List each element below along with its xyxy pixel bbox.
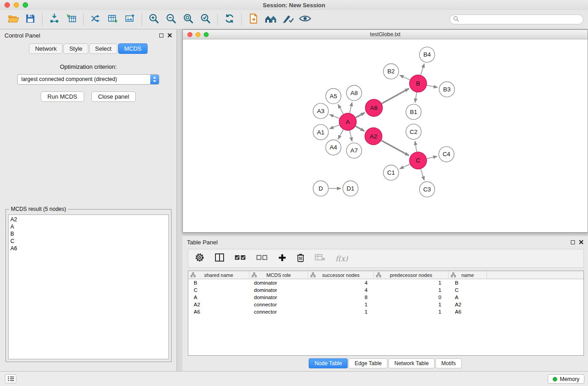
new-table-button[interactable]	[104, 12, 121, 27]
network-edge-C-C1[interactable]	[400, 164, 410, 169]
network-node-A[interactable]: A	[339, 113, 356, 130]
network-edge-B-B4[interactable]	[421, 64, 424, 75]
annotation-button[interactable]	[279, 12, 296, 27]
table-row[interactable]: A2connector11A2	[188, 301, 583, 308]
table-row[interactable]: Adominator80A	[188, 294, 583, 301]
mcds-result-item[interactable]: C	[10, 238, 167, 245]
network-edge-A-A8[interactable]	[350, 102, 352, 113]
mcds-result-item[interactable]: A2	[10, 216, 167, 223]
network-node-C4[interactable]: C4	[439, 147, 454, 162]
network-node-C[interactable]: C	[410, 152, 427, 169]
network-node-A5[interactable]: A5	[326, 88, 341, 104]
close-panel-button[interactable]: Close panel	[91, 91, 136, 102]
minimize-window-button[interactable]	[14, 2, 19, 8]
save-session-button[interactable]	[22, 12, 39, 27]
column-header-mcds-role[interactable]: MCDS role	[249, 271, 308, 279]
table-row[interactable]: A6connector11A6	[188, 308, 583, 315]
network-edge-A2-C[interactable]	[381, 141, 409, 156]
tab-motifs[interactable]: Motifs	[435, 358, 462, 368]
network-canvas-container[interactable]: B4B2BB3A5A8A6A3B1AC2A1A2A4A7C4CC1DD1C3	[183, 39, 588, 232]
network-zoom-button[interactable]	[204, 32, 209, 37]
float-table-panel-icon[interactable]	[571, 240, 575, 244]
import-network-button[interactable]	[46, 12, 63, 27]
close-window-button[interactable]	[5, 2, 10, 8]
network-node-B[interactable]: B	[410, 75, 427, 92]
import-table-button[interactable]	[63, 12, 80, 27]
run-mcds-button[interactable]: Run MCDS	[41, 91, 84, 102]
network-node-A1[interactable]: A1	[313, 124, 329, 140]
tab-network[interactable]: Network	[29, 43, 62, 54]
network-node-A7[interactable]: A7	[346, 143, 362, 158]
network-edge-B-B2[interactable]	[400, 75, 410, 80]
network-edge-A-A1[interactable]	[330, 125, 339, 129]
task-history-button[interactable]	[5, 374, 16, 383]
tab-edge-table[interactable]: Edge Table	[349, 358, 387, 368]
table-row[interactable]: Bdominator41B	[188, 279, 583, 286]
select-all-button[interactable]	[234, 254, 246, 263]
apply-layout-button[interactable]	[221, 12, 238, 27]
search-input[interactable]	[461, 15, 583, 24]
zoom-fit-button[interactable]	[180, 12, 197, 27]
tab-network-table[interactable]: Network Table	[388, 358, 435, 368]
delete-column-button[interactable]	[296, 253, 305, 264]
open-session-button[interactable]	[5, 12, 22, 27]
network-node-B4[interactable]: B4	[420, 47, 435, 62]
network-minimize-button[interactable]	[196, 32, 201, 37]
network-node-D1[interactable]: D1	[343, 181, 358, 196]
export-image-button[interactable]	[121, 12, 139, 27]
home-networks-button[interactable]	[262, 12, 279, 27]
export-document-button[interactable]	[245, 12, 262, 27]
network-node-C2[interactable]: C2	[406, 124, 421, 139]
network-node-A3[interactable]: A3	[313, 103, 329, 119]
show-hide-button[interactable]	[296, 12, 314, 27]
network-node-C1[interactable]: C1	[383, 165, 399, 181]
network-node-D[interactable]: D	[313, 181, 329, 196]
mcds-result-item[interactable]: A	[10, 223, 167, 230]
float-panel-icon[interactable]	[159, 33, 163, 38]
network-edge-C-C4[interactable]	[427, 156, 437, 158]
tab-mcds[interactable]: MCDS	[118, 43, 147, 54]
tab-node-table[interactable]: Node Table	[309, 358, 348, 368]
column-header-predecessor-nodes[interactable]: predecessor nodes	[374, 271, 449, 279]
tab-style[interactable]: Style	[63, 43, 88, 54]
close-table-panel-icon[interactable]	[579, 238, 583, 246]
network-edge-B-B3[interactable]	[427, 86, 438, 88]
mcds-result-item[interactable]: B	[10, 230, 167, 238]
close-panel-icon[interactable]	[167, 31, 172, 39]
network-edge-A-A6[interactable]	[356, 113, 365, 118]
network-node-A8[interactable]: A8	[346, 86, 362, 101]
add-column-button[interactable]	[278, 253, 287, 264]
network-node-B2[interactable]: B2	[383, 64, 399, 79]
zoom-selected-button[interactable]	[197, 12, 214, 27]
zoom-out-button[interactable]	[163, 12, 180, 27]
network-edge-A-A7[interactable]	[350, 131, 352, 142]
network-edge-A-A2[interactable]	[356, 126, 364, 131]
network-edge-B-B1[interactable]	[415, 92, 417, 102]
network-edge-A-A3[interactable]	[330, 114, 339, 119]
network-node-A6[interactable]: A6	[365, 99, 382, 116]
zoom-in-button[interactable]	[145, 12, 163, 27]
new-network-button[interactable]	[87, 12, 104, 27]
network-edge-C-C3[interactable]	[421, 169, 424, 181]
network-node-A4[interactable]: A4	[326, 140, 341, 155]
mcds-result-item[interactable]: A6	[10, 245, 167, 252]
tab-select[interactable]: Select	[89, 43, 117, 54]
column-header-successor-nodes[interactable]: successor nodes	[308, 271, 374, 279]
deselect-all-button[interactable]	[256, 254, 268, 263]
network-node-B3[interactable]: B3	[439, 82, 454, 97]
zoom-window-button[interactable]	[23, 2, 28, 8]
network-edge-C-C2[interactable]	[415, 141, 417, 152]
network-edge-A-A4[interactable]	[338, 130, 344, 139]
criterion-dropdown[interactable]: largest connected component (directed)	[17, 74, 159, 85]
table-settings-button[interactable]	[195, 253, 205, 264]
network-node-B1[interactable]: B1	[406, 104, 421, 119]
memory-button[interactable]: Memory	[548, 374, 584, 384]
network-edge-A6-B[interactable]	[382, 89, 409, 104]
show-columns-button[interactable]	[215, 253, 225, 264]
network-node-A2[interactable]: A2	[365, 128, 382, 145]
column-header-shared-name[interactable]: shared name	[188, 271, 249, 279]
network-close-button[interactable]	[187, 32, 192, 37]
network-node-C3[interactable]: C3	[420, 182, 435, 197]
column-header-name[interactable]: name	[449, 271, 487, 279]
network-edge-A-A5[interactable]	[338, 105, 344, 114]
